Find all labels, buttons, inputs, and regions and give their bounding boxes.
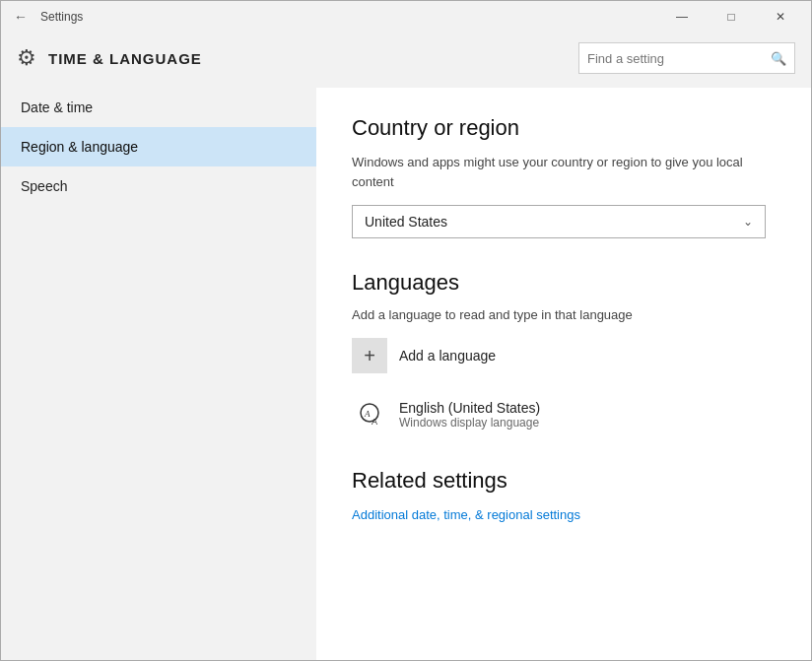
app-title: TIME & LANGUAGE: [48, 50, 202, 67]
languages-section-title: Languages: [352, 270, 776, 296]
add-language-label: Add a language: [399, 348, 496, 364]
svg-text:A: A: [372, 417, 377, 427]
close-button[interactable]: ✕: [758, 1, 803, 33]
window-controls: — □ ✕: [659, 1, 803, 33]
plus-icon: +: [364, 345, 375, 367]
back-button[interactable]: ←: [9, 5, 33, 29]
sidebar-label-date-time: Date & time: [21, 99, 93, 115]
minimize-button[interactable]: —: [659, 1, 705, 33]
country-value: United States: [365, 214, 447, 230]
language-icon-english: A A: [352, 397, 387, 432]
related-link[interactable]: Additional date, time, & regional settin…: [352, 507, 580, 522]
maximize-button[interactable]: □: [709, 1, 754, 33]
languages-section-desc: Add a language to read and type in that …: [352, 307, 776, 322]
app-header-left: ⚙ TIME & LANGUAGE: [17, 45, 202, 71]
sidebar-item-speech[interactable]: Speech: [1, 166, 316, 206]
related-section-title: Related settings: [352, 468, 776, 494]
main-layout: Date & time Region & language Speech Cou…: [1, 88, 811, 660]
search-icon: 🔍: [771, 51, 786, 66]
language-name-english: English (United States): [399, 400, 540, 416]
search-input[interactable]: [587, 51, 771, 66]
country-section-title: Country or region: [352, 115, 776, 141]
country-dropdown[interactable]: United States ⌄: [352, 205, 766, 238]
back-icon: ←: [14, 9, 28, 25]
svg-text:A: A: [364, 409, 371, 419]
title-bar-left: ← Settings: [9, 5, 83, 29]
sidebar-item-date-time[interactable]: Date & time: [1, 88, 316, 127]
search-box[interactable]: 🔍: [578, 42, 795, 74]
language-entry-english[interactable]: A A English (United States) Windows disp…: [352, 393, 776, 436]
language-sub-english: Windows display language: [399, 416, 540, 430]
language-info-english: English (United States) Windows display …: [399, 400, 540, 430]
sidebar-label-speech: Speech: [21, 178, 67, 194]
sidebar: Date & time Region & language Speech: [1, 88, 316, 660]
gear-icon: ⚙: [17, 45, 36, 71]
add-language-button[interactable]: + Add a language: [352, 338, 776, 373]
title-bar: ← Settings — □ ✕: [1, 1, 811, 33]
window-title: Settings: [40, 10, 83, 24]
add-language-icon: +: [352, 338, 387, 373]
sidebar-item-region-language[interactable]: Region & language: [1, 127, 316, 166]
content-area: Country or region Windows and apps might…: [316, 88, 811, 660]
sidebar-label-region-language: Region & language: [21, 139, 138, 155]
app-header: ⚙ TIME & LANGUAGE 🔍: [1, 33, 811, 88]
country-section-desc: Windows and apps might use your country …: [352, 153, 776, 191]
chevron-down-icon: ⌄: [743, 215, 753, 229]
